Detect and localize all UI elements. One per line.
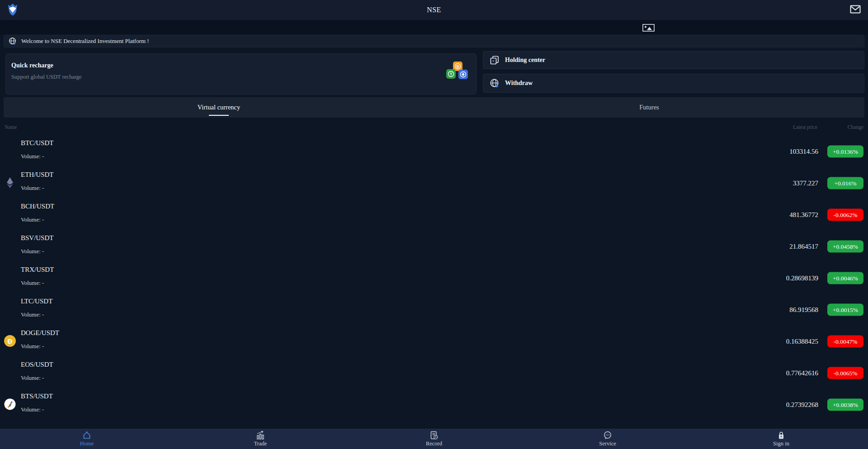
pair-label: BTC/USDT <box>21 139 54 147</box>
nav-label: Home <box>80 440 94 447</box>
coin-icon-slot <box>4 271 16 284</box>
table-row-bts[interactable]: BTS/USDT Volume: - 0.27392268 +0.0038% <box>0 389 868 421</box>
latest-price: 0.16388425 <box>786 338 818 345</box>
withdraw-globe-icon <box>490 78 500 88</box>
record-icon <box>429 431 439 440</box>
holding-center-button[interactable]: Holding center <box>483 51 864 69</box>
quick-recharge-card[interactable]: Quick recharge Support global USDT recha… <box>5 53 476 95</box>
pair-label: BTS/USDT <box>21 392 53 400</box>
column-latest-price: Latest price <box>793 124 817 130</box>
nav-label: Trade <box>254 440 267 447</box>
coin-icon-slot <box>4 366 16 379</box>
market-table: BTC/USDT Volume: - 103314.56 +0.0136% ET… <box>0 136 868 421</box>
home-icon <box>82 431 91 440</box>
nav-item-home[interactable]: Home <box>0 429 174 449</box>
rocket-icon <box>4 398 16 411</box>
pair-label: EOS/USDT <box>21 361 53 369</box>
table-row-doge[interactable]: Ð DOGE/USDT Volume: - 0.16388425 -0.0047… <box>0 326 868 357</box>
latest-price: 0.27392268 <box>786 401 818 409</box>
nav-label: Record <box>426 440 442 447</box>
volume-label: Volume: - <box>21 216 44 223</box>
doge-icon: Ð <box>4 335 16 347</box>
nav-label: Service <box>599 440 616 447</box>
tab-futures[interactable]: Futures <box>434 97 864 118</box>
coin-icon-slot <box>4 303 16 316</box>
pair-label: TRX/USDT <box>21 266 54 274</box>
coin-cluster: B T <box>446 61 470 88</box>
pair-label: BSV/USDT <box>21 234 54 242</box>
globe-icon <box>9 37 17 45</box>
latest-price: 21.864517 <box>789 243 818 250</box>
eth-icon <box>4 176 16 189</box>
change-badge: +0.0015% <box>827 304 863 316</box>
nav-item-sign-in[interactable]: Sign in <box>694 429 868 449</box>
pair-label: BCH/USDT <box>21 203 54 210</box>
table-row-trx[interactable]: TRX/USDT Volume: - 0.28698139 +0.0046% <box>0 262 868 294</box>
quick-recharge-title: Quick recharge <box>11 62 53 69</box>
change-badge: -0.0062% <box>827 209 863 221</box>
change-badge: +0.0458% <box>827 241 863 253</box>
service-icon <box>603 431 612 440</box>
latest-price: 86.919568 <box>789 306 818 314</box>
column-name: Name <box>5 124 17 130</box>
usdt-coin-icon: T <box>446 69 456 79</box>
pair-label: LTC/USDT <box>21 298 52 305</box>
market-table-header: Name Latest price Change <box>0 123 868 133</box>
svg-text:B: B <box>456 64 459 69</box>
nav-label: Sign in <box>773 440 789 447</box>
volume-label: Volume: - <box>21 153 44 160</box>
holding-center-label: Holding center <box>505 57 545 64</box>
nav-item-trade[interactable]: Trade <box>174 429 347 449</box>
volume-label: Volume: - <box>21 406 44 413</box>
table-row-btc[interactable]: BTC/USDT Volume: - 103314.56 +0.0136% <box>0 136 868 167</box>
change-badge: +0.016% <box>827 177 863 189</box>
nav-item-record[interactable]: Record <box>347 429 521 449</box>
volume-label: Volume: - <box>21 279 44 287</box>
nav-item-service[interactable]: Service <box>521 429 694 449</box>
coin-icon-slot <box>4 240 16 252</box>
table-row-eth[interactable]: ETH/USDT Volume: - 3377.227 +0.016% <box>0 167 868 199</box>
latest-price: 481.36772 <box>789 211 818 219</box>
coin-icon-slot <box>4 208 16 221</box>
latest-price: 0.28698139 <box>786 274 818 282</box>
holding-center-icon <box>490 55 500 65</box>
change-badge: +0.0038% <box>827 399 863 411</box>
welcome-notice-bar: Welcome to NSE Decentralized Investment … <box>4 35 864 47</box>
broken-image-icon <box>642 24 655 32</box>
table-row-ltc[interactable]: LTC/USDT Volume: - 86.919568 +0.0015% <box>0 294 868 326</box>
welcome-text: Welcome to NSE Decentralized Investment … <box>21 38 149 45</box>
change-badge: +0.0136% <box>827 146 863 158</box>
active-tab-underline <box>209 115 229 116</box>
withdraw-label: Withdraw <box>505 80 533 87</box>
volume-label: Volume: - <box>21 374 44 382</box>
svg-text:T: T <box>450 72 453 76</box>
mascot-logo-icon <box>5 2 20 17</box>
chart-icon <box>256 431 265 440</box>
bottom-navigation: Home Trade Record <box>0 429 868 449</box>
withdraw-button[interactable]: Withdraw <box>483 74 864 93</box>
mail-icon[interactable] <box>850 5 861 14</box>
latest-price: 0.77642616 <box>786 369 818 377</box>
latest-price: 103314.56 <box>789 148 818 156</box>
tab-futures-label: Futures <box>639 104 659 111</box>
eth-coin-icon <box>458 70 468 79</box>
volume-label: Volume: - <box>21 343 44 350</box>
volume-label: Volume: - <box>21 311 44 318</box>
market-tabs: Virtual currency Futures <box>4 97 864 118</box>
quick-recharge-subtitle: Support global USDT recharge <box>11 74 81 80</box>
table-row-bsv[interactable]: BSV/USDT Volume: - 21.864517 +0.0458% <box>0 231 868 262</box>
header: NSE <box>0 0 868 20</box>
change-badge: -0.0047% <box>827 336 863 348</box>
page-title: NSE <box>0 6 868 14</box>
tab-virtual-currency[interactable]: Virtual currency <box>4 97 434 118</box>
lock-icon <box>777 431 786 440</box>
banner-carousel <box>0 20 868 35</box>
table-row-bch[interactable]: BCH/USDT Volume: - 481.36772 -0.0062% <box>0 199 868 231</box>
change-badge: -0.0065% <box>827 367 863 379</box>
coin-icon-slot <box>4 145 16 157</box>
latest-price: 3377.227 <box>793 180 818 187</box>
pair-label: DOGE/USDT <box>21 329 59 337</box>
table-row-eos[interactable]: EOS/USDT Volume: - 0.77642616 -0.0065% <box>0 357 868 389</box>
pair-label: ETH/USDT <box>21 171 54 179</box>
tab-virtual-currency-label: Virtual currency <box>198 104 241 111</box>
